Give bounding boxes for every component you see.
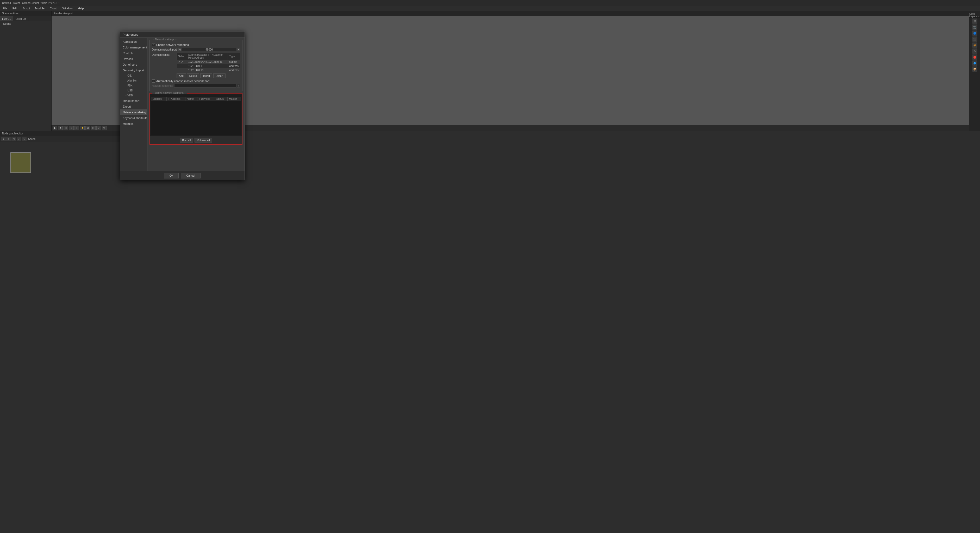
config-type-2: address — [228, 64, 240, 68]
nav-alembic[interactable]: – Alembic — [120, 78, 147, 83]
daemons-footer: Bind all Release all — [150, 136, 242, 144]
menu-window[interactable]: Window — [60, 6, 75, 11]
right-icon-5[interactable]: 🔆 — [972, 43, 977, 48]
col-type: Type — [228, 53, 240, 60]
export-button[interactable]: Export — [213, 73, 226, 78]
dialog-footer: Ok Cancel — [120, 171, 245, 180]
daemons-empty-area — [151, 101, 241, 135]
delete-button[interactable]: Delete — [187, 73, 199, 78]
config-type-1: subnet — [228, 60, 240, 64]
nav-keyboard-shortcuts[interactable]: Keyboard shortcuts — [120, 115, 147, 121]
toolbar-btn-4[interactable]: ⟨ — [69, 126, 74, 130]
menu-cloud[interactable]: Cloud — [47, 6, 60, 11]
right-icon-9[interactable]: 📦 — [972, 67, 977, 72]
nav-application[interactable]: Application — [120, 39, 147, 45]
network-rendering-partial-label: Network rendering — [152, 84, 173, 87]
viewport-header: Render viewport — [52, 11, 969, 16]
tab-local-db[interactable]: Local DB — [13, 16, 29, 21]
right-icon-3[interactable]: 🔵 — [972, 30, 977, 36]
right-icon-7[interactable]: 🔴 — [972, 54, 977, 60]
ng-tool-2[interactable]: ⊞ — [6, 137, 11, 141]
active-daemons-section: – Active network daemons – Enabled IP Ad… — [150, 93, 242, 145]
network-rendering-arrow[interactable]: ▶ — [237, 84, 240, 88]
node-graph-panel: Node graph editor ◈ ⊞ ⊟ ↩ ↪ Scene — [0, 131, 132, 533]
toolbar-btn-5[interactable]: ⟩ — [75, 126, 79, 130]
right-icon-1[interactable]: 🖼 — [972, 19, 977, 24]
config-check-2 — [177, 64, 187, 68]
menu-edit[interactable]: Edit — [10, 6, 20, 11]
nav-network-rendering[interactable]: Network rendering — [120, 110, 147, 115]
nav-controls[interactable]: Controls — [120, 50, 147, 56]
nav-vdb[interactable]: – VDB — [120, 93, 147, 98]
nav-fbx[interactable]: – FBX — [120, 83, 147, 88]
config-buttons: Add Delete Import Export — [177, 73, 240, 78]
right-icon-6[interactable]: ⚙ — [972, 48, 977, 54]
ok-button[interactable]: Ok — [164, 173, 179, 178]
nav-obj[interactable]: – OBJ — [120, 73, 147, 78]
toolbar-btn-1[interactable]: ▶ — [52, 126, 57, 130]
scene-outliner-panel: Scene outliner Live GL Local DB Scene — [0, 11, 52, 136]
daemon-config-row: Daemon config: Select Subnet (Adapter IP… — [152, 53, 240, 78]
config-row-1[interactable]: ✓ 192.168.0.0/24 (192.168.0.46) subnet — [177, 60, 240, 64]
daemon-port-label: Daemon network port: — [152, 48, 177, 51]
auto-choose-row: ✓ Automatically choose master network po… — [152, 80, 240, 83]
ng-tool-3[interactable]: ⊟ — [11, 137, 16, 141]
bind-all-button[interactable]: Bind all — [180, 138, 193, 143]
ng-scene-label: Scene — [28, 138, 35, 140]
dialog-content-area: – Network settings – ✓ Enable network re… — [147, 38, 245, 171]
right-icon-4[interactable]: ⬛ — [972, 37, 977, 42]
toolbar-btn-7[interactable]: ⊞ — [86, 126, 90, 130]
active-daemons-label: – Active network daemons – — [152, 91, 187, 94]
nav-geometry-import[interactable]: Geometry import — [120, 67, 147, 73]
scene-node[interactable] — [10, 153, 31, 173]
nav-modules[interactable]: Modules — [120, 121, 147, 127]
cancel-button[interactable]: Cancel — [181, 173, 200, 178]
ng-tool-4[interactable]: ↩ — [17, 137, 21, 141]
app-title: Untitled Project - OctaneRender Studio P… — [2, 2, 60, 5]
toolbar-btn-2[interactable]: ■ — [58, 126, 63, 130]
scene-item[interactable]: Scene — [0, 21, 51, 26]
auto-choose-checkbox[interactable]: ✓ — [152, 80, 155, 83]
nav-image-import[interactable]: Image import — [120, 98, 147, 104]
config-row-2[interactable]: 192.168.0.1 address — [177, 64, 240, 68]
outliner-tabs: Live GL Local DB — [0, 16, 51, 21]
nav-usd[interactable]: – USD — [120, 88, 147, 93]
ng-tool-1[interactable]: ◈ — [1, 137, 6, 141]
bottom-right — [132, 131, 980, 533]
network-settings-section: – Network settings – ✓ Enable network re… — [150, 40, 242, 91]
enable-network-checkbox[interactable]: ✓ — [152, 43, 155, 46]
nav-out-of-core[interactable]: Out-of-core — [120, 62, 147, 67]
config-check-1: ✓ — [177, 60, 187, 64]
release-all-button[interactable]: Release all — [194, 138, 212, 143]
menu-file[interactable]: File — [0, 6, 10, 11]
menu-module[interactable]: Module — [33, 6, 47, 11]
toolbar-btn-9[interactable]: ↺ — [96, 126, 101, 130]
port-input[interactable] — [182, 48, 236, 51]
port-decrement[interactable]: ◀ — [178, 48, 181, 51]
node-inspector-header: Node inspector — [969, 13, 980, 18]
config-row-3[interactable]: 192.168.0.16 address — [177, 68, 240, 72]
ng-tool-5[interactable]: ↪ — [22, 137, 27, 141]
menu-help[interactable]: Help — [75, 6, 86, 11]
dialog-title-text: Preferences — [123, 33, 138, 36]
port-increment[interactable]: ▶ — [237, 48, 240, 51]
right-tools-panel: Node inspector 🖼 📷 🔵 ⬛ 🔆 ⚙ 🔴 🔷 📦 — [969, 11, 980, 131]
daemons-col-master: Master — [228, 97, 241, 101]
menu-script[interactable]: Script — [20, 6, 33, 11]
toolbar-btn-8[interactable]: ◎ — [91, 126, 95, 130]
right-icon-8[interactable]: 🔷 — [972, 60, 977, 66]
daemon-port-row: Daemon network port: ◀ ▶ — [152, 48, 240, 51]
toolbar-btn-6[interactable]: ⚡ — [80, 126, 84, 130]
nav-devices[interactable]: Devices — [120, 56, 147, 62]
import-button[interactable]: Import — [200, 73, 212, 78]
network-rendering-input[interactable] — [174, 84, 236, 88]
tab-live-gl[interactable]: Live GL — [0, 16, 13, 21]
add-button[interactable]: Add — [177, 73, 186, 78]
nav-export[interactable]: Export — [120, 104, 147, 110]
node-inspector-title: Node inspector — [969, 13, 980, 18]
config-addr-1: 192.168.0.0/24 (192.168.0.46) — [187, 60, 228, 64]
nav-color-management[interactable]: Color management — [120, 45, 147, 50]
toolbar-btn-3[interactable]: ⏸ — [64, 126, 68, 130]
right-icon-2[interactable]: 📷 — [972, 24, 977, 30]
toolbar-btn-10[interactable]: ↻ — [102, 126, 107, 130]
